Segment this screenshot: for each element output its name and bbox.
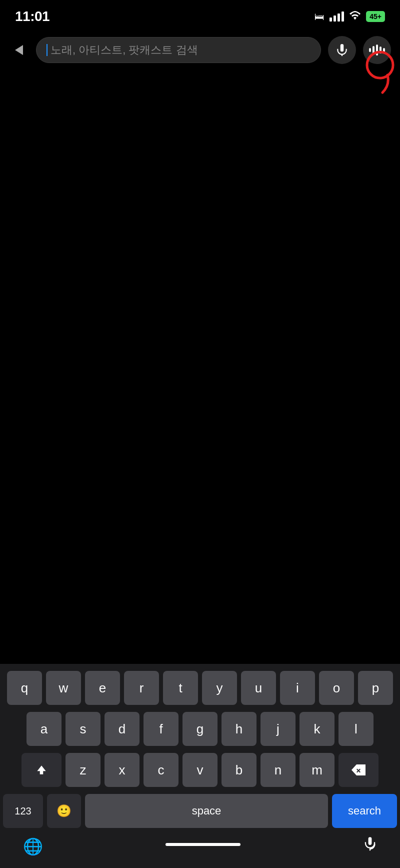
- search-header: 노래, 아티스트, 팟캐스트 검색: [0, 30, 400, 70]
- key-i[interactable]: i: [280, 671, 315, 705]
- status-time: 11:01: [15, 9, 50, 25]
- key-r[interactable]: r: [124, 671, 159, 705]
- numbers-key[interactable]: 123: [3, 794, 43, 828]
- backspace-key[interactable]: [338, 753, 378, 787]
- status-icons: 🛏 45+: [314, 11, 385, 23]
- key-q[interactable]: q: [7, 671, 42, 705]
- key-p[interactable]: p: [358, 671, 393, 705]
- keyboard: q w e r t y u i o p a s d f g h j k l z …: [0, 664, 400, 868]
- space-key[interactable]: space: [85, 794, 328, 828]
- home-indicator: [166, 843, 240, 846]
- signal-bar-4: [342, 12, 344, 22]
- key-j[interactable]: j: [260, 712, 296, 746]
- keyboard-row-3: z x c v b n m: [3, 753, 397, 787]
- back-chevron-icon: [15, 45, 23, 55]
- back-button[interactable]: [9, 40, 29, 60]
- key-n[interactable]: n: [260, 753, 296, 787]
- status-bar: 11:01 🛏 45+: [0, 0, 400, 30]
- microphone-bottom-icon: [363, 836, 377, 853]
- search-placeholder: 노래, 아티스트, 팟캐스트 검색: [50, 43, 198, 58]
- key-t[interactable]: t: [163, 671, 198, 705]
- shift-key[interactable]: [22, 753, 62, 787]
- keyboard-bottom-bar: 🌐: [3, 828, 397, 868]
- key-z[interactable]: z: [66, 753, 100, 787]
- battery-badge: 45+: [366, 11, 385, 22]
- key-u[interactable]: u: [241, 671, 276, 705]
- key-f[interactable]: f: [144, 712, 178, 746]
- globe-icon[interactable]: 🌐: [23, 837, 43, 856]
- audio-waves-icon: [369, 45, 385, 56]
- key-d[interactable]: d: [104, 712, 140, 746]
- key-x[interactable]: x: [104, 753, 140, 787]
- emoji-key[interactable]: 🙂: [47, 794, 81, 828]
- hotel-icon: 🛏: [314, 11, 324, 23]
- key-l[interactable]: l: [338, 712, 374, 746]
- mic-bottom-icon[interactable]: [363, 836, 377, 857]
- shift-icon: [35, 763, 48, 776]
- text-cursor: [46, 44, 48, 56]
- key-g[interactable]: g: [182, 712, 218, 746]
- key-b[interactable]: b: [222, 753, 256, 787]
- microphone-button[interactable]: [328, 36, 356, 64]
- key-k[interactable]: k: [300, 712, 334, 746]
- key-h[interactable]: h: [222, 712, 256, 746]
- search-key[interactable]: search: [332, 794, 397, 828]
- signal-bar-1: [330, 18, 332, 22]
- key-y[interactable]: y: [202, 671, 237, 705]
- microphone-icon: [336, 44, 348, 57]
- search-input[interactable]: 노래, 아티스트, 팟캐스트 검색: [36, 37, 321, 63]
- signal-bar-3: [338, 14, 340, 22]
- key-w[interactable]: w: [46, 671, 81, 705]
- key-m[interactable]: m: [300, 753, 334, 787]
- key-e[interactable]: e: [85, 671, 120, 705]
- main-content: [0, 70, 400, 480]
- keyboard-row-1: q w e r t y u i o p: [3, 671, 397, 705]
- key-o[interactable]: o: [319, 671, 354, 705]
- backspace-icon: [352, 764, 366, 775]
- key-v[interactable]: v: [182, 753, 218, 787]
- signal-bar-2: [334, 16, 336, 22]
- audio-search-button[interactable]: [363, 36, 391, 64]
- key-s[interactable]: s: [66, 712, 100, 746]
- key-c[interactable]: c: [144, 753, 178, 787]
- wifi-icon: [349, 11, 361, 23]
- keyboard-row-4: 123 🙂 space search: [3, 794, 397, 828]
- keyboard-row-2: a s d f g h j k l: [3, 712, 397, 746]
- signal-bars: [330, 12, 344, 22]
- key-a[interactable]: a: [26, 712, 62, 746]
